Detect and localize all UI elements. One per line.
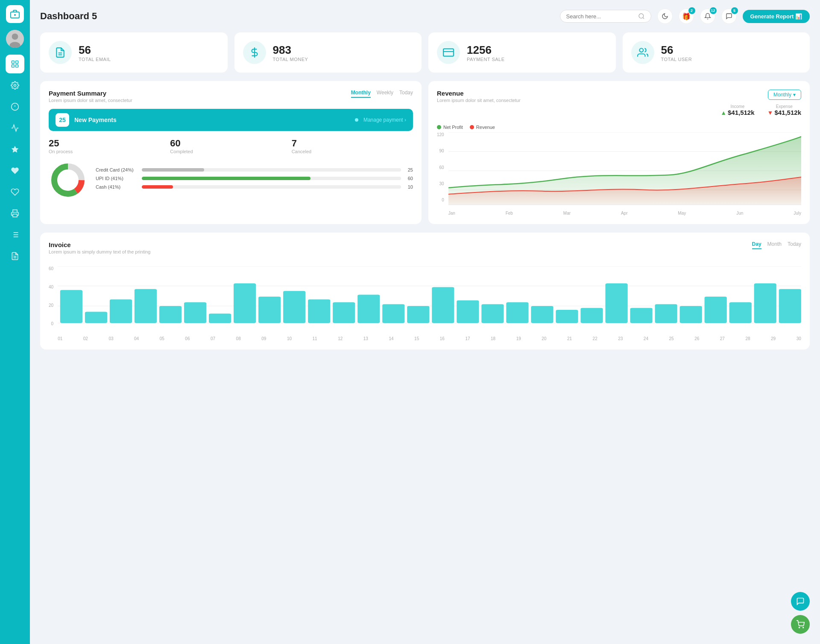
expense-label: Expense [767, 104, 801, 109]
svg-point-31 [639, 48, 643, 52]
stat-card-money: 983 TOTAL MONEY [234, 32, 422, 73]
sidebar-logo[interactable] [6, 5, 24, 23]
expense-icon: ▼ [767, 109, 773, 116]
svg-rect-15 [13, 214, 17, 217]
invoice-tab-today[interactable]: Today [788, 241, 801, 249]
pb-credit-label: Credit Card (24%) [96, 167, 138, 172]
svg-rect-61 [457, 300, 479, 323]
invoice-tab-day[interactable]: Day [752, 241, 761, 249]
header-right: 🎁 2 12 5 Generate Report 📊 [560, 9, 810, 24]
stat-label-money: TOTAL MONEY [273, 57, 308, 62]
svg-rect-45 [60, 290, 82, 323]
gift-btn[interactable]: 🎁 2 [679, 9, 694, 24]
support-float-btn[interactable] [791, 592, 810, 611]
svg-point-4 [12, 33, 18, 40]
svg-rect-72 [729, 302, 752, 323]
stat-value-user: 56 [661, 44, 692, 57]
generate-report-button[interactable]: Generate Report 📊 [743, 10, 810, 23]
manage-payment-link[interactable]: Manage payment › [363, 117, 406, 123]
revenue-legend: Net Profit Revenue [437, 125, 801, 130]
sidebar-item-print[interactable] [6, 204, 24, 223]
cart-float-btn[interactable] [791, 615, 810, 634]
payment-summary-title: Payment Summary [49, 90, 132, 97]
svg-rect-62 [481, 304, 504, 323]
revenue-chart-container: 120 90 60 30 0 [437, 132, 801, 216]
bell-badge: 12 [710, 7, 717, 14]
float-buttons [791, 592, 810, 634]
sidebar-item-settings[interactable] [6, 76, 24, 95]
stat-value-email: 56 [79, 44, 111, 57]
svg-rect-50 [184, 302, 206, 323]
theme-toggle-btn[interactable] [657, 9, 673, 24]
money-icon [243, 41, 266, 64]
moon-icon [662, 13, 668, 20]
payment-summary-card: Payment Summary Lorem ipsum dolor sit am… [40, 81, 422, 224]
user-avatar[interactable] [6, 30, 24, 48]
sidebar-item-heart2[interactable] [6, 183, 24, 201]
stat-label-user: TOTAL USER [661, 57, 692, 62]
email-icon [49, 41, 72, 64]
progress-bars: Credit Card (24%) 25 UPI ID (41%) 60 [96, 167, 413, 193]
stat-info-money: 983 TOTAL MONEY [273, 44, 308, 62]
sidebar-item-star[interactable] [6, 140, 24, 159]
invoice-tabs: Day Month Today [752, 241, 801, 249]
search-input[interactable] [566, 13, 635, 20]
header: Dashboard 5 🎁 2 12 5 Generate Report 📊 [40, 9, 810, 24]
bell-btn[interactable]: 12 [700, 9, 715, 24]
svg-rect-65 [556, 310, 578, 323]
stat-on-process: 25 On process [49, 138, 170, 154]
stat-label-payment: PAYMENT SALE [467, 57, 505, 62]
pb-credit-val: 25 [404, 167, 413, 172]
page-title: Dashboard 5 [40, 11, 97, 22]
canceled-value: 7 [292, 138, 413, 149]
revenue-header: Revenue Lorem ipsum dolor sit amet, cons… [437, 90, 801, 120]
legend-revenue: Revenue [470, 125, 495, 130]
svg-rect-73 [754, 283, 776, 323]
chevron-down-icon: ▾ [793, 92, 796, 98]
sidebar-item-dashboard[interactable] [6, 55, 24, 73]
invoice-section: Invoice Lorem ipsum is simply dummy text… [40, 233, 810, 350]
sidebar-item-info[interactable] [6, 97, 24, 116]
svg-rect-60 [432, 287, 454, 323]
net-profit-label: Net Profit [443, 125, 463, 130]
pb-upi-track [142, 177, 401, 180]
donut-chart [49, 161, 87, 199]
stat-value-money: 983 [273, 44, 308, 57]
invoice-x-axis: 0102030405060708091011121314151617181920… [58, 335, 801, 341]
stat-info-payment: 1256 PAYMENT SALE [467, 44, 505, 62]
expense-value: $41,512k [774, 109, 801, 116]
svg-rect-54 [283, 291, 305, 323]
search-box[interactable] [560, 10, 651, 23]
sidebar-item-heart[interactable] [6, 161, 24, 180]
revenue-label: Revenue [476, 125, 495, 130]
invoice-tab-month[interactable]: Month [767, 241, 782, 249]
pb-upi-val: 60 [404, 176, 413, 181]
sidebar [0, 0, 30, 644]
sidebar-item-list[interactable] [6, 225, 24, 244]
svg-rect-64 [531, 306, 553, 323]
tab-monthly[interactable]: Monthly [351, 90, 371, 98]
bell-icon [704, 13, 711, 20]
new-payments-badge: 25 [56, 113, 69, 127]
revenue-monthly-btn[interactable]: Monthly ▾ [768, 90, 801, 100]
sidebar-item-chart[interactable] [6, 119, 24, 137]
svg-rect-6 [12, 61, 15, 64]
income-label: Income [720, 104, 754, 109]
svg-rect-7 [16, 61, 18, 64]
income-icon: ▲ [720, 109, 726, 116]
tab-weekly[interactable]: Weekly [377, 90, 393, 98]
chat-btn[interactable]: 5 [721, 9, 737, 24]
pb-cash-fill [142, 185, 173, 189]
sidebar-item-doc[interactable] [6, 247, 24, 265]
y-axis-labels: 120 90 60 30 0 [437, 132, 447, 209]
revenue-title: Revenue [437, 90, 521, 97]
svg-rect-66 [581, 308, 603, 323]
new-payment-bar: 25 New Payments Manage payment › [49, 109, 413, 131]
svg-rect-56 [333, 302, 355, 323]
pb-upi-fill [142, 177, 310, 180]
new-payments-label: New Payments [74, 117, 350, 123]
main-content: Dashboard 5 🎁 2 12 5 Generate Report 📊 [30, 0, 820, 644]
invoice-title: Invoice [49, 241, 150, 248]
tab-today[interactable]: Today [399, 90, 413, 98]
svg-line-25 [643, 17, 644, 19]
